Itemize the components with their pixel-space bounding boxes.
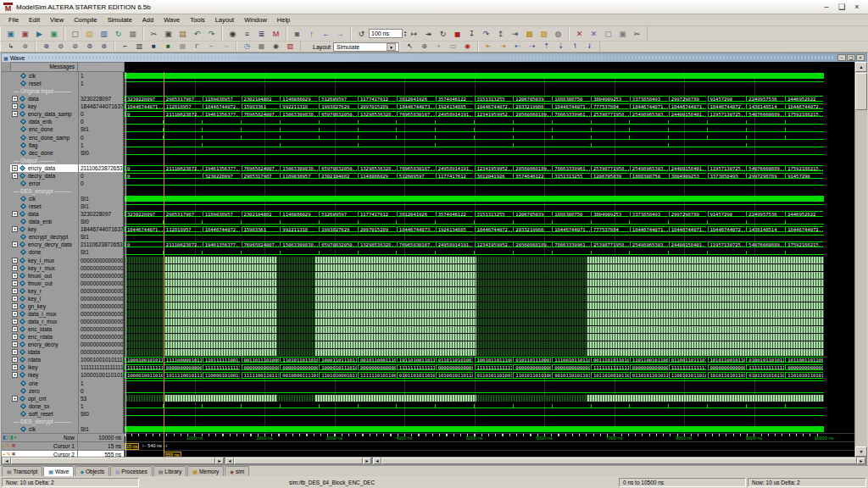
hscroll-thumb[interactable] (381, 458, 857, 464)
signal-row[interactable]: +rkey10000100110101011000010011010101...… (2, 371, 854, 379)
undock-icon[interactable]: ↳ (4, 42, 17, 51)
waveform[interactable] (123, 295, 854, 302)
signal-row[interactable]: +data32302280973230228097298531798711890… (2, 95, 854, 103)
signal-name-key_r[interactable]: +key_r (10, 287, 78, 295)
signal-row[interactable]: +data_r_mux000000000000000000 (2, 318, 854, 325)
waveform[interactable] (123, 280, 854, 287)
next-falling-icon[interactable]: ⇃ (583, 42, 596, 51)
tab-wave[interactable]: ▦Wave (43, 466, 74, 476)
menu-window[interactable]: Window (239, 15, 272, 25)
waveform[interactable] (123, 157, 854, 164)
expand-toggle[interactable]: + (12, 165, 18, 171)
waveform[interactable] (123, 402, 854, 410)
step-current-icon[interactable]: ⇥ (509, 29, 521, 39)
signal-name-opt_cnt[interactable]: +opt_cnt (10, 395, 78, 402)
signal-row[interactable]: +gn_key000000000000000000 (2, 302, 854, 310)
signal-name-rkey[interactable]: +rkey (10, 371, 78, 379)
vertical-scroll-thumb[interactable] (855, 73, 867, 110)
signal-row[interactable]: doneSt1 (2, 248, 854, 256)
waveform[interactable]: 0323022809729853179871189038957230210408… (123, 172, 854, 180)
signal-row[interactable]: — Original Input ——— (2, 87, 854, 95)
signal-row[interactable]: error0 (2, 180, 854, 187)
signal-name-flag[interactable]: flag (10, 141, 78, 149)
hscroll-left-button[interactable]: ◄ (225, 458, 234, 464)
waveform[interactable] (123, 218, 854, 225)
waveform[interactable] (123, 302, 854, 310)
signal-name-encry_decry[interactable]: +encry_decry (10, 341, 78, 348)
copy-icon[interactable]: ▣ (162, 29, 175, 39)
next-transition-icon[interactable]: ⇢ (526, 42, 538, 51)
snapshot-icon[interactable]: ◙ (291, 29, 303, 39)
signal-name-decry_data[interactable]: +decry_data (10, 172, 78, 180)
tab-transcript[interactable]: ▤Transcript (2, 466, 42, 476)
waveform[interactable] (123, 125, 854, 133)
expand-toggle[interactable]: + (12, 111, 18, 117)
export-image-icon[interactable]: ▧ (284, 42, 297, 51)
prev-transition-icon[interactable]: ⇠ (511, 42, 524, 51)
wave-window-titlebar[interactable]: ▦ Wave – ❑ × (2, 53, 866, 62)
waveform[interactable] (123, 395, 854, 402)
scroll-down-button[interactable]: ▼ (855, 446, 867, 457)
close-button[interactable]: × (849, 2, 865, 13)
signal-row[interactable]: flag1 (2, 141, 854, 149)
signal-row[interactable]: +encry_decry000000000000000000 (2, 341, 854, 348)
expand-toggle[interactable]: + (12, 364, 18, 370)
expand-toggle[interactable]: + (12, 280, 18, 286)
hscroll-thumb[interactable] (11, 458, 215, 464)
signal-name-data_r_mux[interactable]: +data_r_mux (10, 318, 78, 325)
edit-cursor-icon[interactable]: ✎ (7, 442, 11, 450)
prev-falling-icon[interactable]: ↿ (569, 42, 581, 51)
waveform[interactable] (123, 410, 854, 418)
signal-name-encry_data[interactable]: +encry_data (10, 164, 78, 172)
leaf-values-icon[interactable]: Γ (191, 42, 203, 51)
prev-rising-icon[interactable]: ⇡ (540, 42, 553, 51)
waveform[interactable] (123, 348, 854, 356)
expand-toggle[interactable]: + (12, 226, 18, 232)
signal-name-key[interactable]: +key (10, 225, 78, 233)
menu-file[interactable]: File (3, 15, 24, 25)
waveform[interactable] (123, 72, 854, 80)
signal-row[interactable]: +key1844674407163788318446744071...11281… (2, 103, 854, 110)
group-blue-icon[interactable]: ■ (147, 42, 160, 51)
signal-row[interactable]: +ldata0000000000000000 (2, 348, 854, 356)
signal-name-reset[interactable]: reset (10, 80, 78, 87)
waveform[interactable] (123, 318, 854, 325)
pan-mode-icon[interactable]: + (432, 42, 445, 51)
timeline-ruler[interactable]: 1000 ns2000 ns3000 ns4000 ns5000 ns6000 … (125, 433, 854, 441)
expand-toggle[interactable]: + (12, 326, 18, 332)
signal-row[interactable]: +enc_rdata000000000000000000 (2, 333, 854, 341)
hscroll-left-button[interactable]: ◄ (3, 458, 11, 464)
hscroll-left-button[interactable]: ◄ (373, 458, 381, 464)
signal-row[interactable]: data_enb0 (2, 118, 854, 125)
hscroll-right-button[interactable]: ► (215, 458, 224, 464)
waveform[interactable] (123, 264, 854, 272)
open-file-icon[interactable]: ▤ (83, 29, 96, 39)
modelsim-icon[interactable]: M (270, 29, 282, 39)
signal-name-key_l[interactable]: +key_l (10, 295, 78, 302)
values-hscrollbar[interactable]: ◄ ► (225, 457, 372, 465)
signal-name-ldata[interactable]: +ldata (10, 348, 78, 356)
expand-toggle[interactable]: + (12, 303, 18, 309)
break-icon[interactable]: ◼ (451, 29, 464, 39)
waveform[interactable]: 3230228097298531798711890389572302104082… (123, 95, 854, 103)
cut-icon[interactable]: ✂ (147, 29, 160, 39)
run-all-icon[interactable]: ↻ (437, 29, 449, 39)
signal-name-encry_decry_data[interactable]: +encry_decry_data (10, 241, 78, 248)
tab-objects[interactable]: ◆Objects (75, 466, 109, 476)
signal-row[interactable]: reset1 (2, 80, 854, 87)
redo-icon[interactable]: ↷ (205, 29, 218, 39)
falling-edge-icon[interactable]: ¬ (220, 42, 232, 51)
expand-toggle[interactable]: + (12, 396, 18, 402)
signal-name-clk[interactable]: clk (10, 195, 78, 202)
waveform[interactable] (123, 180, 854, 187)
signal-name-fmuxr_out[interactable]: +fmuxr_out (10, 280, 78, 287)
expand-toggle[interactable]: + (12, 96, 18, 102)
wave-close-button[interactable]: × (856, 54, 865, 61)
signal-row[interactable]: clkSt1 (2, 195, 854, 202)
signal-name-data_enb[interactable]: data_enb (10, 218, 78, 225)
step-over-icon[interactable]: ↷ (480, 29, 492, 39)
signal-row[interactable]: +key_l_mux000000000000000000 (2, 257, 854, 264)
reload-icon[interactable]: ↻ (112, 29, 125, 39)
run-length-spinner[interactable]: ▲▼ (403, 30, 407, 37)
waveform[interactable] (123, 233, 854, 241)
